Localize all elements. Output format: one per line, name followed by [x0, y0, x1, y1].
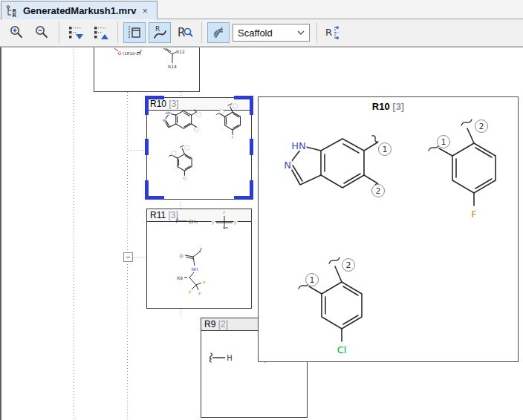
double-stroke-slash-icon	[210, 24, 227, 41]
svg-text:(1R10-2): (1R10-2)	[123, 51, 140, 56]
mini-indazole-structure: HN N	[156, 104, 204, 144]
svg-text:O: O	[118, 50, 122, 56]
collapse-toggle[interactable]: −	[123, 252, 133, 262]
markush-tree-canvas: − O (1R10-2) R12 R14 R10 [3]	[0, 47, 523, 420]
r-bond-icon: R	[152, 24, 168, 41]
zoom-in-button[interactable]	[6, 22, 28, 43]
tab-bar: R R GeneratedMarkush1.mrv ×	[0, 0, 523, 19]
svg-text:R9: R9	[177, 275, 183, 280]
indazole-structure: HN N 1 2	[266, 119, 400, 231]
tab-close-icon[interactable]: ×	[140, 5, 149, 16]
scaffold-select-value: Scaffold	[238, 27, 273, 39]
zoom-out-button[interactable]	[31, 22, 53, 43]
collapse-all-button[interactable]	[90, 22, 112, 43]
r-magnifier-icon: R	[176, 24, 194, 41]
svg-text:F: F	[234, 220, 237, 226]
toolbar: R R Scaffold R	[0, 19, 523, 47]
svg-text:N: N	[284, 160, 291, 171]
svg-text:F: F	[203, 280, 206, 285]
svg-text:F: F	[189, 289, 192, 295]
svg-text:R: R	[13, 13, 17, 17]
mini-chlorophenyl-structure: Cl	[168, 141, 203, 186]
r11-structures: CH₃ F F F O NH R9 F F	[147, 209, 251, 295]
chlorophenyl-structure: Cl 2 1	[296, 246, 392, 372]
svg-text:R: R	[155, 25, 160, 33]
markush-tree-icon: R R	[6, 4, 19, 17]
scaffold-structure: O (1R10-2) R12 R14	[94, 47, 199, 91]
svg-text:1: 1	[441, 137, 446, 147]
r10-preview-panel: R10 [3] HN N 1 2	[258, 96, 519, 362]
tab-generated-markush[interactable]: R R GeneratedMarkush1.mrv ×	[1, 1, 157, 19]
tree-expand-icon	[68, 24, 84, 41]
preview-title: R10 [3]	[259, 97, 518, 112]
r-attachment-button[interactable]: R	[322, 22, 345, 43]
tree-connector	[134, 257, 146, 257]
svg-text:Cl: Cl	[337, 344, 347, 355]
toolbar-separator	[59, 22, 59, 43]
svg-text:2: 2	[376, 186, 381, 196]
svg-text:2: 2	[479, 122, 484, 131]
svg-text:F: F	[232, 136, 234, 140]
svg-text:CH₃: CH₃	[189, 219, 198, 225]
svg-text:R: R	[178, 26, 185, 39]
magnifier-plus-icon	[9, 24, 25, 41]
expand-all-button[interactable]	[65, 22, 87, 43]
tree-connector	[128, 150, 146, 151]
selection-handle[interactable]	[145, 96, 149, 115]
svg-text:1: 1	[310, 275, 315, 285]
tab-title: GeneratedMarkush1.mrv	[23, 5, 136, 16]
toolbar-separator	[201, 22, 202, 43]
chevron-down-icon	[297, 30, 305, 35]
selection-handle[interactable]	[250, 139, 253, 155]
selection-handle[interactable]	[145, 139, 149, 155]
selection-handle[interactable]	[250, 180, 253, 200]
preview-group-count: [3]	[392, 101, 404, 112]
preview-group-name: R10	[372, 101, 390, 112]
selection-handle[interactable]	[145, 180, 149, 200]
toolbar-separator	[117, 22, 118, 43]
svg-text:Cl: Cl	[183, 177, 186, 180]
svg-text:O: O	[180, 253, 183, 258]
mini-fluorophenyl-structure: F	[212, 101, 247, 146]
svg-text:R: R	[325, 27, 332, 38]
svg-text:F: F	[212, 220, 215, 226]
tree-collapse-icon	[93, 24, 109, 41]
rgroup-query-button[interactable]: R	[174, 22, 196, 43]
svg-text:HN: HN	[165, 111, 171, 115]
svg-text:NH: NH	[192, 266, 198, 272]
selection-handle[interactable]	[250, 96, 253, 115]
panel-view-toggle[interactable]	[123, 22, 146, 43]
panel-frame-icon	[126, 24, 143, 41]
r-dashed-bracket-icon: R	[325, 24, 342, 41]
svg-text:R12: R12	[176, 49, 185, 54]
r11-group-box[interactable]: R11 [3] CH₃ F F F O NH	[146, 209, 252, 309]
svg-text:2: 2	[346, 260, 351, 270]
rgroup-view-toggle[interactable]: R	[149, 22, 171, 43]
svg-text:F: F	[223, 210, 226, 215]
svg-text:F: F	[471, 209, 476, 220]
tree-guide-line	[74, 50, 74, 420]
svg-text:1: 1	[383, 145, 388, 154]
magnifier-minus-icon	[34, 24, 51, 41]
toolbar-separator	[316, 22, 317, 43]
hide-rlogic-toggle[interactable]	[207, 22, 230, 43]
r10-group-box[interactable]: R10 [3] HN N F	[146, 97, 252, 200]
svg-text:F: F	[198, 291, 201, 296]
fluorophenyl-structure: F 2 1	[418, 112, 515, 238]
svg-text:HN: HN	[291, 140, 306, 151]
svg-text:N: N	[163, 119, 166, 122]
scaffold-box[interactable]: O (1R10-2) R12 R14	[94, 47, 200, 92]
svg-text:H: H	[227, 354, 233, 362]
scaffold-select[interactable]: Scaffold	[233, 24, 310, 42]
svg-text:R14: R14	[168, 64, 177, 69]
